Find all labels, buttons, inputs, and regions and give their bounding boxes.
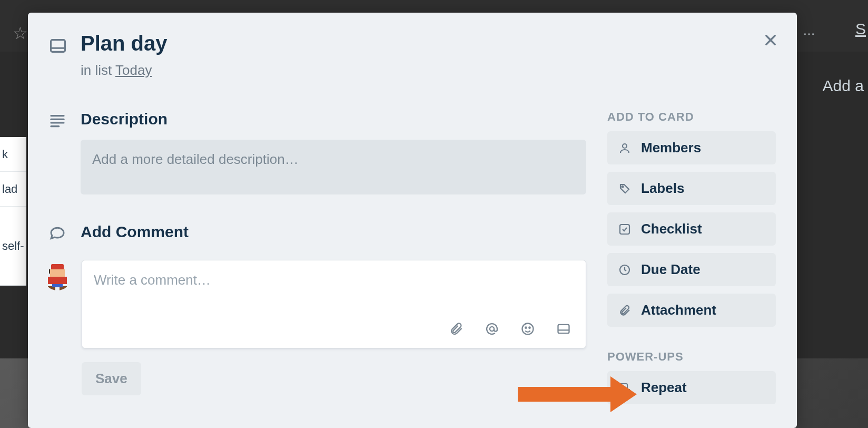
star-icon: ☆	[13, 23, 28, 43]
svg-point-15	[622, 186, 624, 187]
card-icon[interactable]	[556, 322, 571, 338]
members-button[interactable]: Members	[607, 131, 776, 164]
paperclip-icon	[618, 304, 632, 317]
card-list-location: in list Today	[81, 62, 167, 79]
attachment-button[interactable]: Attachment	[607, 294, 776, 327]
add-to-card-heading: ADD TO CARD	[607, 110, 776, 124]
comment-toolbar	[82, 316, 586, 348]
bg-text: self-	[2, 239, 24, 253]
close-icon	[763, 33, 778, 50]
sidebar: ADD TO CARD Members Labels Checklist Due…	[607, 110, 776, 412]
comment-heading: Add Comment	[81, 223, 586, 241]
emoji-icon[interactable]	[520, 322, 535, 338]
ellipsis-icon: …	[803, 23, 816, 38]
comment-input[interactable]	[82, 260, 586, 316]
description-input[interactable]: Add a more detailed description…	[81, 140, 586, 194]
close-button[interactable]	[757, 27, 784, 55]
svg-point-8	[490, 327, 494, 331]
clock-icon	[618, 263, 632, 277]
user-avatar[interactable]	[44, 263, 71, 290]
background-menu-letter: S	[855, 20, 868, 38]
background-card: k	[0, 137, 26, 172]
background-card: lad	[0, 172, 26, 207]
due-date-button[interactable]: Due Date	[607, 253, 776, 286]
svg-point-14	[623, 144, 627, 148]
tag-icon	[618, 182, 632, 196]
checklist-icon	[618, 222, 632, 236]
comment-icon	[49, 225, 67, 243]
person-icon	[618, 141, 632, 155]
attachment-icon[interactable]	[449, 322, 463, 338]
checklist-button[interactable]: Checklist	[607, 212, 776, 246]
in-list-prefix: in list	[81, 62, 115, 78]
power-ups-heading: POWER-UPS	[607, 350, 776, 364]
svg-point-9	[522, 324, 534, 335]
svg-point-11	[529, 327, 530, 328]
labels-button[interactable]: Labels	[607, 172, 776, 205]
due-date-label: Due Date	[641, 261, 701, 278]
list-link[interactable]: Today	[115, 62, 152, 78]
attachment-label: Attachment	[641, 302, 716, 318]
card-modal: Plan day in list Today Description Add a…	[28, 13, 797, 428]
background-card: self-	[0, 207, 26, 286]
svg-rect-12	[558, 325, 569, 333]
svg-point-10	[525, 327, 526, 328]
checklist-label: Checklist	[641, 221, 702, 237]
background-add-list: Add a	[818, 69, 868, 103]
members-label: Members	[641, 140, 701, 156]
description-heading: Description	[81, 110, 586, 128]
card-header: Plan day in list Today	[49, 31, 776, 79]
svg-rect-2	[51, 40, 65, 52]
description-icon	[49, 112, 67, 130]
svg-rect-16	[620, 225, 629, 234]
main-column: Description Add a more detailed descript…	[49, 110, 586, 412]
mention-icon[interactable]	[485, 322, 499, 338]
save-comment-button[interactable]: Save	[82, 362, 141, 395]
avatar-image	[44, 263, 71, 290]
card-title[interactable]: Plan day	[81, 31, 167, 56]
repeat-button[interactable]: Repeat	[607, 371, 776, 404]
comment-box	[82, 260, 586, 348]
background-list: k lad self-	[0, 137, 26, 286]
card-icon	[49, 37, 67, 55]
description-section: Description Add a more detailed descript…	[49, 110, 586, 194]
labels-label: Labels	[641, 180, 684, 197]
repeat-label: Repeat	[641, 380, 687, 396]
repeat-icon	[618, 381, 632, 395]
comment-section: Add Comment	[49, 223, 586, 252]
